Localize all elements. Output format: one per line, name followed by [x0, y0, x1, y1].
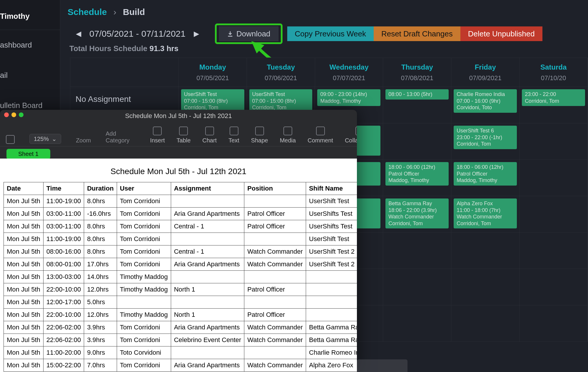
table-cell[interactable]: Mon Jul 5th: [4, 220, 44, 233]
table-cell[interactable]: [171, 233, 244, 245]
table-cell[interactable]: Central - 1: [171, 220, 244, 233]
table-cell[interactable]: 8.0hrs: [84, 245, 117, 258]
shift-card[interactable]: 23:00 - 22:00Corridoni, Tom: [522, 89, 585, 106]
table-cell[interactable]: Tom Corridoni: [117, 321, 171, 334]
schedule-cell[interactable]: [451, 305, 519, 341]
table-row[interactable]: Mon Jul 5th08:00-16:008.0hrsTom Corridon…: [4, 245, 357, 258]
table-cell[interactable]: Watch Commander: [244, 258, 306, 271]
schedule-cell[interactable]: 18:00 - 06:00 (12hr)Patrol OfficerMaddog…: [383, 160, 451, 196]
table-cell[interactable]: [117, 296, 171, 309]
download-button[interactable]: Download: [219, 26, 278, 41]
table-cell[interactable]: [244, 233, 306, 245]
table-cell[interactable]: Toto Corvidoni: [117, 346, 171, 359]
table-cell[interactable]: 22:00-10:00: [43, 283, 84, 296]
table-cell[interactable]: 8.0hrs: [84, 233, 117, 245]
reset-draft-button[interactable]: Reset Draft Changes: [374, 26, 460, 41]
schedule-cell[interactable]: Alpha Zero Fox11:00 - 18:00 (7hr)Watch C…: [451, 196, 519, 232]
table-cell[interactable]: [244, 346, 306, 359]
table-cell[interactable]: Watch Commander: [244, 334, 306, 346]
table-cell[interactable]: Tom Corridoni: [117, 258, 171, 271]
table-cell[interactable]: UserShift Test 2: [306, 258, 357, 271]
table-cell[interactable]: North 1: [171, 283, 244, 296]
schedule-cell[interactable]: [383, 305, 451, 341]
table-cell[interactable]: Patrol Officer: [244, 208, 306, 220]
spreadsheet-document[interactable]: Schedule Mon Jul 5th - Jul 12th 2021 Dat…: [0, 159, 357, 372]
table-cell[interactable]: Alpha Zero Fox: [306, 359, 357, 372]
table-cell[interactable]: Timothy Maddog: [117, 271, 171, 283]
schedule-cell[interactable]: [383, 123, 451, 159]
table-cell[interactable]: Mon Jul 5th: [4, 359, 44, 372]
toolbar-comment[interactable]: Comment: [308, 127, 333, 144]
column-header[interactable]: Shift Name: [306, 182, 357, 195]
table-cell[interactable]: Mon Jul 5th: [4, 245, 44, 258]
shift-card[interactable]: 09:00 - 23:00 (14hr)Maddog, Timothy: [317, 89, 380, 106]
schedule-cell[interactable]: [519, 269, 588, 305]
table-cell[interactable]: 17.0hrs: [84, 258, 117, 271]
shift-card[interactable]: Betta Gamma Ray18:06 - 22:00 (3.9hr)Watc…: [385, 198, 449, 228]
table-cell[interactable]: 12.0hrs: [84, 309, 117, 321]
table-cell[interactable]: Timothy Maddog: [117, 309, 171, 321]
table-cell[interactable]: UserShifts Test: [306, 220, 357, 233]
table-cell[interactable]: UserShifts Test: [306, 208, 357, 220]
toolbar-shape[interactable]: Shape: [251, 127, 268, 144]
schedule-cell[interactable]: UserShift Test 623:00 - 22:00 (-1hr)Corr…: [451, 123, 519, 159]
shift-card[interactable]: 18:00 - 06:00 (12hr)Patrol OfficerMaddog…: [454, 162, 517, 186]
table-cell[interactable]: Tom Corridoni: [117, 359, 171, 372]
schedule-cell[interactable]: [451, 233, 519, 269]
sheet-tab[interactable]: Sheet 1: [6, 149, 50, 159]
table-row[interactable]: Mon Jul 5th12:00-17:005.0hrs: [4, 296, 357, 309]
table-cell[interactable]: 03:00-11:00: [43, 208, 84, 220]
table-row[interactable]: Mon Jul 5th11:00-19:008.0hrsTom Corridon…: [4, 195, 357, 208]
toolbar-collaborate[interactable]: Collaborate: [345, 127, 357, 144]
table-cell[interactable]: 08:00-16:00: [43, 245, 84, 258]
table-cell[interactable]: 11:00-20:00: [43, 346, 84, 359]
column-header[interactable]: Time: [43, 182, 84, 195]
table-cell[interactable]: [306, 296, 357, 309]
toolbar-text[interactable]: Text: [228, 127, 239, 144]
table-cell[interactable]: Mon Jul 5th: [4, 195, 44, 208]
table-cell[interactable]: Tom Corridoni: [117, 233, 171, 245]
schedule-cell[interactable]: [383, 269, 451, 305]
table-cell[interactable]: Patrol Officer: [244, 220, 306, 233]
schedule-cell[interactable]: [383, 233, 451, 269]
shift-card[interactable]: Charlie Romeo India07:00 - 16:00 (9hr)Co…: [454, 89, 517, 113]
table-row[interactable]: Mon Jul 5th22:00-10:0012.0hrsTimothy Mad…: [4, 283, 357, 296]
table-cell[interactable]: 11:00-19:00: [43, 233, 84, 245]
column-header[interactable]: Date: [4, 182, 44, 195]
next-week-button[interactable]: ▶: [186, 30, 207, 38]
table-cell[interactable]: Tom Corridoni: [117, 195, 171, 208]
table-cell[interactable]: -16.0hrs: [84, 208, 117, 220]
table-row[interactable]: Mon Jul 5th13:00-03:0014.0hrsTimothy Mad…: [4, 271, 357, 283]
table-cell[interactable]: Central - 1: [171, 245, 244, 258]
table-cell[interactable]: UserShift Test 2: [306, 245, 357, 258]
toolbar-insert[interactable]: Insert: [150, 127, 165, 144]
table-cell[interactable]: 03:00-11:00: [43, 220, 84, 233]
schedule-cell[interactable]: 18:00 - 06:00 (12hr)Patrol OfficerMaddog…: [451, 160, 519, 196]
table-cell[interactable]: Patrol Officer: [244, 283, 306, 296]
table-cell[interactable]: Aria Grand Apartments: [171, 359, 244, 372]
table-cell[interactable]: Charlie Romeo India: [306, 346, 357, 359]
table-cell[interactable]: Watch Commander: [244, 245, 306, 258]
table-cell[interactable]: Mon Jul 5th: [4, 309, 44, 321]
column-header[interactable]: User: [117, 182, 171, 195]
shift-card[interactable]: UserShift Test07:00 - 15:00 (8hr)Corrido…: [249, 89, 313, 113]
table-row[interactable]: Mon Jul 5th11:00-19:008.0hrsTom Corridon…: [4, 233, 357, 245]
table-row[interactable]: Mon Jul 5th08:00-01:0017.0hrsTom Corrido…: [4, 258, 357, 271]
table-cell[interactable]: Mon Jul 5th: [4, 258, 44, 271]
table-cell[interactable]: Patrol Officer: [244, 309, 306, 321]
column-header[interactable]: Position: [244, 182, 306, 195]
table-cell[interactable]: 08:00-01:00: [43, 258, 84, 271]
table-cell[interactable]: [171, 296, 244, 309]
table-cell[interactable]: Tom Corridoni: [117, 245, 171, 258]
table-cell[interactable]: 22:06-02:00: [43, 321, 84, 334]
table-cell[interactable]: UserShift Test: [306, 195, 357, 208]
table-cell[interactable]: Mon Jul 5th: [4, 321, 44, 334]
table-cell[interactable]: [171, 346, 244, 359]
table-cell[interactable]: [171, 271, 244, 283]
table-cell[interactable]: 12:00-17:00: [43, 296, 84, 309]
shift-card[interactable]: 18:00 - 06:00 (12hr)Patrol OfficerMaddog…: [385, 162, 449, 186]
table-cell[interactable]: Mon Jul 5th: [4, 208, 44, 220]
schedule-table[interactable]: DateTimeDurationUserAssignmentPositionSh…: [4, 182, 357, 372]
table-cell[interactable]: Tom Corridoni: [117, 208, 171, 220]
table-row[interactable]: Mon Jul 5th03:00-11:00-16.0hrsTom Corrid…: [4, 208, 357, 220]
